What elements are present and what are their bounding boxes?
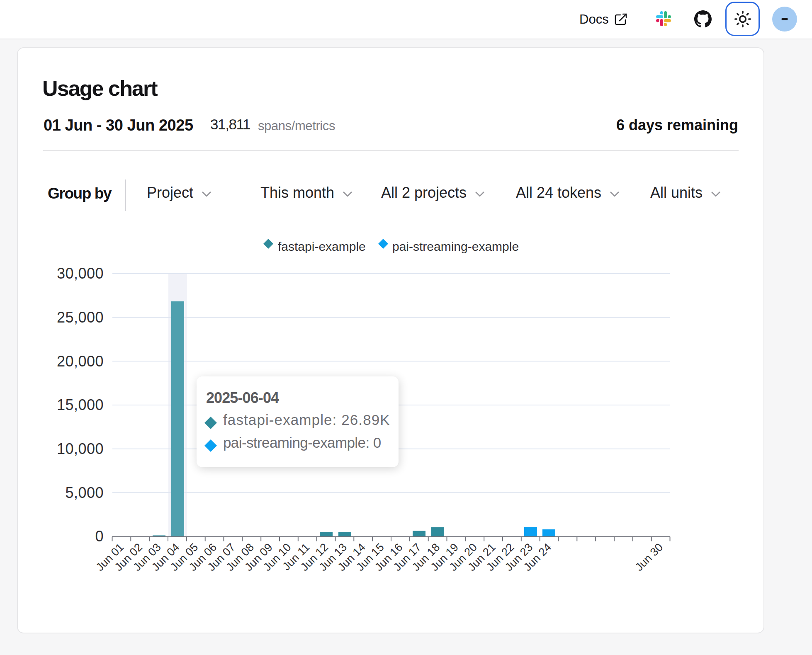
svg-text:15,000: 15,000 (57, 396, 104, 413)
svg-text:Jun 30: Jun 30 (633, 541, 666, 574)
svg-text:10,000: 10,000 (57, 440, 104, 457)
svg-text:5,000: 5,000 (65, 484, 104, 501)
svg-text:pai-streaming-example: pai-streaming-example (392, 240, 519, 253)
svg-text:20,000: 20,000 (57, 353, 104, 370)
svg-text:25,000: 25,000 (57, 309, 104, 326)
svg-text:30,000: 30,000 (57, 265, 104, 282)
svg-text:fastapi-example: fastapi-example (278, 240, 366, 253)
svg-text:0: 0 (95, 528, 104, 545)
